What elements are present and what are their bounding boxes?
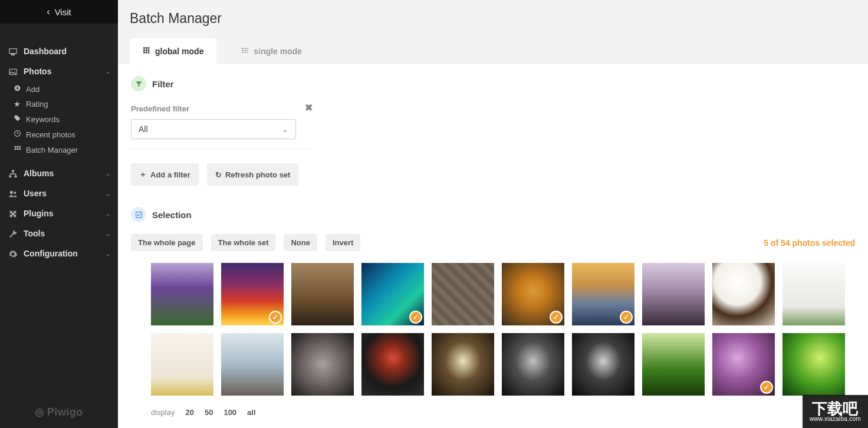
visit-link[interactable]: ‹ Visit [0,0,118,24]
grid-icon [143,47,150,56]
photo-thumbnail[interactable] [782,333,845,396]
svg-point-12 [10,191,13,194]
thumbnail-image [712,263,775,325]
sidebar-item-users[interactable]: Users ⌄ [0,183,118,203]
photo-thumbnail[interactable] [361,333,424,396]
photo-thumbnail[interactable] [291,333,354,396]
sidebar-sub-add[interactable]: Add [0,81,118,97]
sidebar-sub-rating[interactable]: ★ Rating [0,97,118,111]
selected-check-icon: ✓ [269,311,282,324]
sidebar-sub-batch[interactable]: Batch Manager [0,142,118,157]
select-invert-button[interactable]: Invert [326,234,360,251]
display-100[interactable]: 100 [223,408,236,417]
sidebar-sub-recent[interactable]: Recent photos [0,127,118,142]
predefined-filter-label: Predefined filter [131,104,313,113]
tab-global-mode[interactable]: global mode [130,38,216,64]
select-whole-set-button[interactable]: The whole set [211,234,276,251]
chevron-down-icon: ⌄ [106,250,111,258]
svg-rect-16 [148,47,150,49]
svg-rect-17 [143,50,145,51]
display-20[interactable]: 20 [185,408,193,417]
photo-thumbnail[interactable] [502,333,564,396]
chevron-down-icon: ⌄ [106,210,111,218]
clock-icon [12,130,22,139]
svg-rect-9 [12,170,14,172]
list-icon [241,47,249,56]
photo-thumbnail[interactable] [291,263,354,325]
photo-thumbnail[interactable] [432,333,494,396]
select-none-button[interactable]: None [284,234,317,251]
photo-thumbnail[interactable] [221,333,284,396]
sidebar-item-albums[interactable]: Albums ⌄ [0,163,118,183]
nav-label: Albums [24,169,54,178]
sidebar-item-dashboard[interactable]: Dashboard [0,41,118,61]
thumbnail-image [432,333,494,396]
selected-check-icon: ✓ [550,311,563,324]
svg-rect-28 [244,52,249,52]
refresh-photo-set-button[interactable]: ↻ Refresh photo set [207,163,299,186]
display-all[interactable]: all [247,408,255,417]
add-filter-button[interactable]: ＋ Add a filter [131,163,199,186]
photo-thumbnail[interactable] [712,263,775,325]
sidebar-item-configuration[interactable]: Configuration ⌄ [0,243,118,264]
thumbnail-image [502,333,564,396]
photo-thumbnail[interactable]: ✓ [502,263,564,325]
photo-thumbnail[interactable] [151,333,213,396]
star-icon: ★ [12,100,22,108]
svg-rect-25 [242,50,244,51]
chevron-down-icon: ⌄ [106,230,111,238]
photo-thumbnail[interactable] [151,263,213,325]
sidebar-item-photos[interactable]: Photos ⌄ [0,61,118,81]
display-50[interactable]: 50 [205,408,213,417]
photo-thumbnail[interactable]: ✓ [221,263,284,325]
tab-single-mode[interactable]: single mode [228,38,315,64]
svg-rect-10 [9,176,11,177]
brand-logo: ◎Piwigo [0,399,118,428]
thumbnail-image [782,263,845,325]
photo-thumbnail[interactable]: ✓ [361,263,424,325]
tab-label: single mode [254,47,302,56]
svg-rect-26 [244,50,249,51]
thumbnail-image [151,333,213,396]
select-value: All [139,124,148,134]
photo-thumbnail[interactable] [432,263,494,325]
svg-rect-8 [19,148,21,150]
selection-section-title: Selection [152,210,192,220]
predefined-filter-select[interactable]: All ⌄ [131,119,296,139]
thumbnail-image [221,333,284,396]
photo-thumbnail[interactable] [642,263,705,325]
sitemap-icon [7,168,19,179]
photo-thumbnail[interactable] [572,333,634,396]
thumbnail-image [291,263,354,325]
chevron-down-icon: ⌄ [106,68,111,75]
thumbnail-image [572,333,634,396]
nav-label: Users [24,189,47,198]
tags-icon [12,114,22,124]
svg-rect-11 [15,176,17,177]
gear-icon [7,248,19,259]
photo-thumbnail[interactable] [642,333,705,396]
thumbnail-image [642,333,705,396]
selected-check-icon: ✓ [620,311,633,324]
sidebar-item-plugins[interactable]: Plugins ⌄ [0,203,118,223]
sidebar-sub-keywords[interactable]: Keywords [0,111,118,127]
svg-rect-7 [17,148,18,150]
photo-thumbnail[interactable] [782,263,845,325]
photo-thumbnail[interactable]: ✓ [572,263,634,325]
thumbnail-image [291,333,354,396]
svg-rect-20 [143,52,145,54]
filter-section-title: Filter [152,79,174,89]
photo-thumbnail[interactable]: ✓ [712,333,775,396]
chevron-down-icon: ⌄ [106,190,111,197]
thumbnail-image [361,333,424,396]
svg-rect-14 [143,47,145,49]
chevron-down-icon: ⌄ [282,125,288,134]
select-whole-page-button[interactable]: The whole page [131,234,203,251]
sub-label: Recent photos [26,130,75,139]
remove-filter-button[interactable]: ✖ [305,102,313,113]
svg-rect-21 [146,52,147,54]
sidebar-item-tools[interactable]: Tools ⌄ [0,223,118,243]
svg-rect-15 [146,47,147,49]
chevron-down-icon: ⌄ [106,170,111,177]
selection-status: 5 of 54 photos selected [764,238,855,248]
